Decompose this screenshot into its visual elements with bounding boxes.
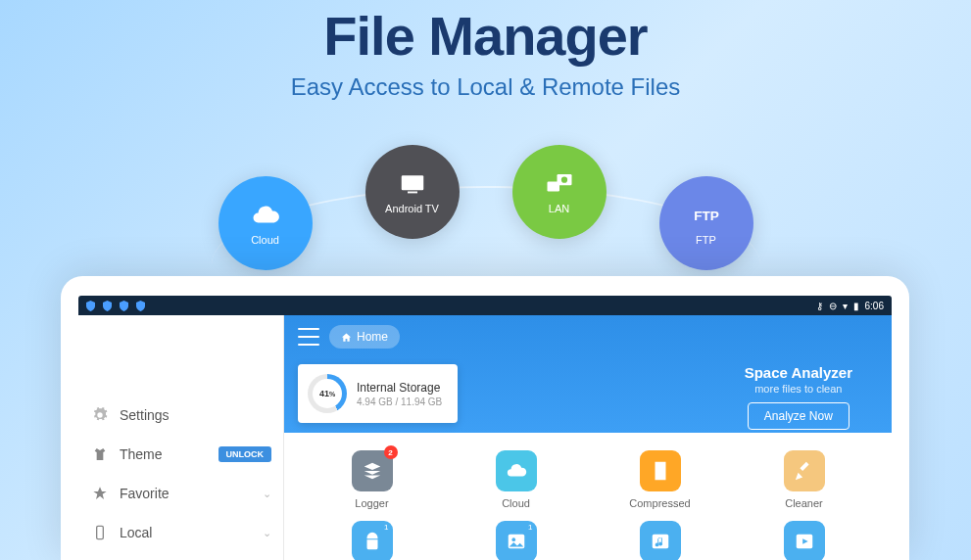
sidebar: Settings Theme UNLOCK Favorite ⌄ Local ⌄ xyxy=(78,315,284,560)
sidebar-item-theme[interactable]: Theme UNLOCK xyxy=(78,435,283,474)
android-icon xyxy=(362,531,383,552)
svg-rect-6 xyxy=(97,526,104,538)
storage-size: 4.94 GB / 11.94 GB xyxy=(357,397,442,407)
music-icon xyxy=(650,531,671,552)
star-icon xyxy=(92,486,108,501)
grid-item-video[interactable] xyxy=(746,521,862,560)
shield-icon xyxy=(136,301,145,311)
image-icon xyxy=(506,531,527,552)
tablet-frame: ⚷ ⊖ ▾ ▮ 6:06 Settings Theme UNLOCK xyxy=(61,276,909,560)
svg-rect-1 xyxy=(408,192,417,194)
shield-icon xyxy=(120,301,128,311)
sidebar-label: Theme xyxy=(120,446,163,462)
chevron-down-icon: ⌄ xyxy=(263,488,271,500)
sidebar-label: Favorite xyxy=(120,486,170,501)
chevron-down-icon: ⌄ xyxy=(263,527,271,539)
lan-icon xyxy=(543,169,576,199)
svg-rect-9 xyxy=(652,535,668,549)
grid-item-cloud[interactable]: Cloud xyxy=(458,450,574,509)
breadcrumb-label: Home xyxy=(357,330,388,344)
cloud-icon xyxy=(249,201,282,230)
gear-icon xyxy=(92,407,108,423)
dnd-icon: ⊖ xyxy=(829,301,837,311)
grid-item-images[interactable]: 1 xyxy=(458,521,574,560)
storage-ring: 41% xyxy=(308,374,347,413)
svg-rect-0 xyxy=(401,175,423,190)
count-badge: 1 xyxy=(384,523,388,532)
grid-label: Compressed xyxy=(629,497,690,509)
sidebar-item-favorite[interactable]: Favorite ⌄ xyxy=(78,474,283,513)
tv-icon xyxy=(396,169,429,199)
menu-button[interactable] xyxy=(298,328,319,346)
home-icon xyxy=(341,332,352,343)
analyzer-title: Space Analyzer xyxy=(745,364,852,381)
shield-icon xyxy=(103,301,112,311)
shirt-icon xyxy=(92,446,108,462)
grid-item-apk[interactable]: 1 xyxy=(314,521,430,560)
hero-title: File Manager xyxy=(0,4,971,68)
sidebar-label: Local xyxy=(120,525,152,540)
stack-icon xyxy=(362,460,383,482)
space-analyzer: Space Analyzer more files to clean Analy… xyxy=(745,364,852,430)
sidebar-item-local[interactable]: Local ⌄ xyxy=(78,513,283,552)
svg-text:FTP: FTP xyxy=(694,209,719,223)
phone-icon xyxy=(92,525,108,540)
android-status-bar: ⚷ ⊖ ▾ ▮ 6:06 xyxy=(78,296,892,315)
notification-badge: 2 xyxy=(384,445,398,459)
feature-circles: Cloud Android TV LAN FTP FTP xyxy=(0,145,971,270)
app-header: Home 41% Internal Storage 4.94 GB / 11.9… xyxy=(284,315,892,433)
circle-label: Android TV xyxy=(385,203,439,214)
count-badge: 1 xyxy=(528,523,532,532)
play-icon xyxy=(794,531,815,552)
grid-item-cleaner[interactable]: Cleaner xyxy=(746,450,862,509)
grid-label: Cleaner xyxy=(785,497,823,509)
circle-lan[interactable]: LAN xyxy=(512,145,607,239)
breadcrumb-home[interactable]: Home xyxy=(329,325,400,349)
hero-subtitle: Easy Access to Local & Remote Files xyxy=(0,73,971,101)
bluetooth-icon: ⚷ xyxy=(816,301,823,311)
shield-icon xyxy=(86,301,95,311)
analyzer-subtitle: more files to clean xyxy=(745,383,852,395)
ftp-icon: FTP xyxy=(690,201,723,230)
circle-label: LAN xyxy=(549,203,569,214)
unlock-badge[interactable]: UNLOCK xyxy=(218,446,272,462)
circle-cloud[interactable]: Cloud xyxy=(218,176,313,270)
storage-card[interactable]: 41% Internal Storage 4.94 GB / 11.94 GB xyxy=(298,364,458,423)
analyze-now-button[interactable]: Analyze Now xyxy=(748,402,850,430)
battery-icon: ▮ xyxy=(853,301,859,311)
sidebar-item-settings[interactable]: Settings xyxy=(78,396,283,435)
storage-name: Internal Storage xyxy=(357,381,442,395)
grid-item-compressed[interactable]: Compressed xyxy=(602,450,718,509)
sidebar-label: Settings xyxy=(120,407,170,423)
circle-android-tv[interactable]: Android TV xyxy=(365,145,460,239)
grid-item-music[interactable] xyxy=(602,521,718,560)
category-grid: 2 Logger Cloud Compressed Cleaner xyxy=(284,433,892,560)
status-time: 6:06 xyxy=(865,301,884,311)
zip-icon xyxy=(650,460,671,482)
circle-label: Cloud xyxy=(251,234,279,246)
grid-label: Cloud xyxy=(502,497,530,509)
cloud-icon xyxy=(506,460,527,482)
svg-point-8 xyxy=(511,537,515,541)
broom-icon xyxy=(794,460,815,482)
circle-ftp[interactable]: FTP FTP xyxy=(659,176,753,270)
grid-label: Logger xyxy=(355,497,388,509)
grid-item-logger[interactable]: 2 Logger xyxy=(314,450,430,509)
wifi-icon: ▾ xyxy=(843,301,848,311)
circle-label: FTP xyxy=(696,234,716,246)
